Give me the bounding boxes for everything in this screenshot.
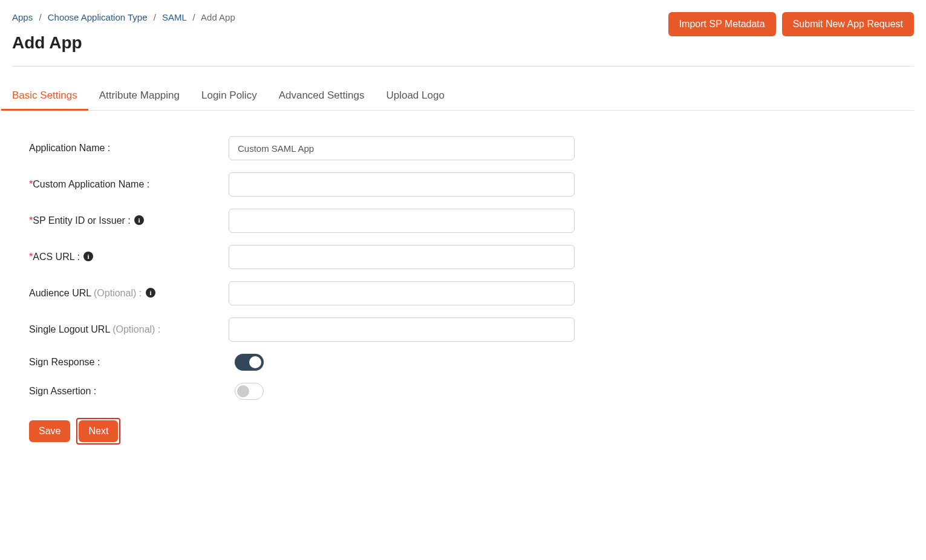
breadcrumb-sep: / <box>193 12 195 22</box>
next-button-highlight: Next <box>76 418 120 444</box>
acs-url-input[interactable] <box>229 245 575 269</box>
audience-url-input[interactable] <box>229 281 575 305</box>
divider <box>12 66 914 67</box>
next-button[interactable]: Next <box>79 420 118 442</box>
audience-url-label: Audience URL (Optional) : i <box>29 288 229 299</box>
tab-advanced-settings[interactable]: Advanced Settings <box>279 83 365 110</box>
breadcrumb: Apps / Choose Application Type / SAML / … <box>12 12 235 22</box>
tab-basic-settings[interactable]: Basic Settings <box>12 83 77 110</box>
sign-assertion-toggle[interactable] <box>235 383 264 400</box>
slo-url-label: Single Logout URL (Optional) : <box>29 324 229 335</box>
sign-response-toggle[interactable] <box>235 354 264 371</box>
breadcrumb-sep: / <box>154 12 156 22</box>
tab-attribute-mapping[interactable]: Attribute Mapping <box>99 83 180 110</box>
breadcrumb-link-apps[interactable]: Apps <box>12 12 33 22</box>
save-button[interactable]: Save <box>29 420 70 442</box>
custom-app-name-label: *Custom Application Name : <box>29 179 229 190</box>
breadcrumb-sep: / <box>39 12 41 22</box>
submit-new-app-request-button[interactable]: Submit New App Request <box>782 12 914 36</box>
tab-upload-logo[interactable]: Upload Logo <box>386 83 444 110</box>
sign-response-label: Sign Response : <box>29 357 235 368</box>
tabs: Basic Settings Attribute Mapping Login P… <box>12 83 914 111</box>
sp-entity-input[interactable] <box>229 209 575 233</box>
svg-text:i: i <box>139 217 140 224</box>
svg-text:i: i <box>88 253 90 260</box>
sign-assertion-label: Sign Assertion : <box>29 386 235 397</box>
acs-url-label: *ACS URL : i <box>29 252 229 263</box>
info-icon[interactable]: i <box>146 288 157 299</box>
tab-login-policy[interactable]: Login Policy <box>201 83 257 110</box>
application-name-input[interactable] <box>229 136 575 160</box>
svg-text:i: i <box>149 289 151 296</box>
breadcrumb-link-choose-type[interactable]: Choose Application Type <box>48 12 148 22</box>
sp-entity-label: *SP Entity ID or Issuer : i <box>29 215 229 227</box>
custom-app-name-input[interactable] <box>229 172 575 197</box>
info-icon[interactable]: i <box>83 252 94 262</box>
import-sp-metadata-button[interactable]: Import SP Metadata <box>668 12 776 36</box>
page-title: Add App <box>12 33 235 53</box>
info-icon[interactable]: i <box>134 215 145 226</box>
application-name-label: Application Name : <box>29 143 229 154</box>
slo-url-input[interactable] <box>229 317 575 342</box>
breadcrumb-current: Add App <box>201 12 235 22</box>
breadcrumb-link-saml[interactable]: SAML <box>162 12 186 22</box>
